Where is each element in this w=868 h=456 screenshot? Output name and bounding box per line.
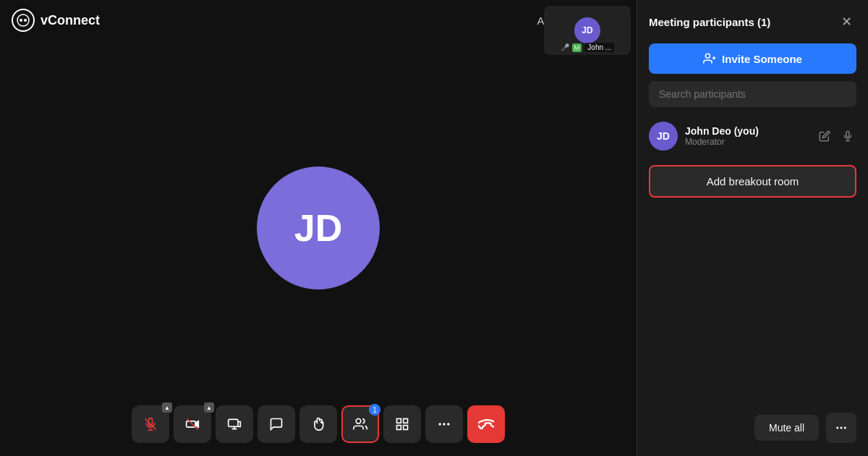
main-avatar-initials: JD	[294, 206, 342, 250]
thumb-initials: JD	[582, 25, 592, 35]
svg-rect-15	[397, 426, 401, 430]
svg-rect-13	[397, 419, 401, 423]
svg-point-1	[20, 19, 22, 22]
app-name: vConnect	[41, 13, 100, 28]
mute-all-button[interactable]: Mute all	[754, 415, 819, 441]
logo-icon	[12, 9, 35, 32]
raise-hand-button[interactable]	[299, 405, 337, 443]
svg-point-20	[705, 54, 710, 58]
thumb-label: 🎤 M John ...	[544, 43, 631, 52]
panel-more-button[interactable]	[826, 413, 856, 443]
participant-role: Moderator	[685, 137, 809, 147]
camera-arrow-up[interactable]: ▲	[204, 402, 214, 413]
top-bar: vConnect Abc 07:22	[0, 0, 637, 41]
panel-bottom-actions: Mute all	[754, 413, 856, 443]
chat-button[interactable]	[258, 405, 295, 443]
svg-point-26	[836, 427, 838, 429]
participant-info: John Deo (you) Moderator	[685, 125, 809, 147]
toolbar: ▲ ▲	[0, 405, 637, 443]
more-options-button[interactable]	[425, 405, 463, 443]
edit-participant-button[interactable]	[816, 127, 833, 145]
video-area: vConnect Abc 07:22 JD 🎤 M John ... JD ▲	[0, 0, 637, 456]
svg-point-17	[439, 423, 441, 425]
svg-point-19	[447, 423, 449, 425]
svg-rect-11	[229, 419, 238, 426]
end-call-button[interactable]	[467, 405, 505, 443]
panel-header: Meeting participants (1) ✕	[649, 12, 856, 32]
svg-rect-14	[404, 419, 408, 423]
mic-arrow-up[interactable]: ▲	[162, 402, 172, 413]
invite-button-label: Invite Someone	[722, 53, 802, 65]
svg-point-27	[841, 427, 843, 429]
svg-rect-23	[846, 131, 849, 137]
svg-point-0	[17, 14, 29, 26]
thumb-avatar: JD	[574, 17, 600, 43]
mute-participant-button[interactable]	[839, 127, 856, 145]
main-video-avatar: JD	[257, 166, 380, 290]
svg-point-12	[356, 419, 361, 424]
search-participants-input[interactable]	[649, 81, 856, 107]
thumb-name: John ...	[584, 43, 614, 52]
mute-all-label: Mute all	[769, 422, 804, 434]
participant-name: John Deo (you)	[685, 125, 809, 137]
add-breakout-room-button[interactable]: Add breakout room	[649, 165, 856, 198]
add-breakout-label: Add breakout room	[707, 175, 799, 187]
participants-badge: 1	[369, 404, 380, 415]
participant-row: JD John Deo (you) Moderator	[649, 116, 856, 156]
participants-panel: Meeting participants (1) ✕ Invite Someon…	[637, 0, 868, 456]
grid-button[interactable]	[383, 405, 421, 443]
participants-button[interactable]: 1	[341, 405, 379, 443]
svg-marker-9	[195, 421, 198, 427]
share-button[interactable]	[216, 405, 253, 443]
camera-button[interactable]: ▲	[174, 405, 211, 443]
participant-thumbnail: JD 🎤 M John ...	[544, 6, 631, 55]
participant-avatar: JD	[649, 122, 678, 151]
panel-title: Meeting participants (1)	[649, 16, 770, 28]
invite-someone-button[interactable]: Invite Someone	[649, 43, 856, 74]
svg-point-28	[844, 427, 846, 429]
svg-point-2	[24, 19, 27, 22]
mic-button[interactable]: ▲	[132, 405, 169, 443]
participant-actions	[816, 127, 856, 145]
close-panel-button[interactable]: ✕	[836, 12, 856, 32]
logo: vConnect	[12, 9, 100, 32]
svg-rect-16	[404, 426, 408, 430]
svg-point-18	[443, 423, 445, 425]
participant-initials: JD	[657, 130, 670, 142]
